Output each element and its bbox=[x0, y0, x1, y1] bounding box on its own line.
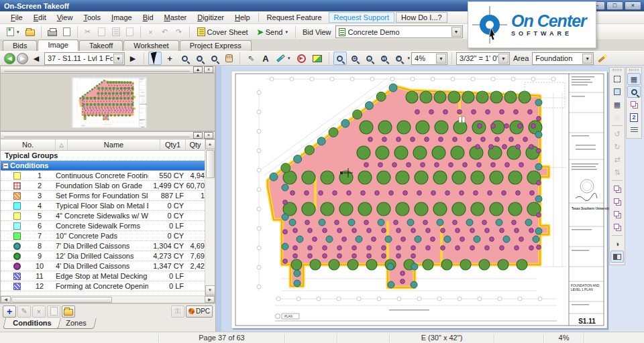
menu-request-support[interactable]: Request Support bbox=[329, 12, 395, 23]
crosshair-tool-button[interactable]: + bbox=[163, 52, 176, 65]
toolbar-grip[interactable] bbox=[612, 69, 622, 71]
rotate-left-icon[interactable]: ↺ bbox=[610, 128, 624, 140]
zoom-previous-button[interactable] bbox=[207, 52, 221, 65]
table-header-row[interactable]: No. △ Name Qty1 Qty bbox=[1, 139, 205, 151]
highlighter-button[interactable]: ▾ bbox=[274, 52, 293, 65]
cut-button[interactable]: ✂ bbox=[81, 25, 95, 39]
tab-worksheet[interactable]: Worksheet bbox=[123, 40, 178, 51]
menu-help[interactable]: Help bbox=[229, 12, 256, 23]
page-thumbnail[interactable] bbox=[72, 77, 147, 128]
page-thumbnail-pane[interactable] bbox=[0, 74, 215, 131]
condition-row[interactable]: 104' Dia Drilled Caissons1,347 CY2,42 bbox=[1, 261, 205, 271]
magnifier-page-icon[interactable] bbox=[627, 86, 641, 98]
condition-row[interactable]: 3Set Forms for Foundation Slab887 LF1 bbox=[1, 191, 205, 201]
pane-grip[interactable] bbox=[4, 68, 190, 72]
condition-row[interactable]: 87' Dia Drilled Caissons1,304 CY4,69 bbox=[1, 241, 205, 251]
tab-bids[interactable]: Bids bbox=[3, 40, 37, 51]
pane-collapse-button[interactable]: ▲ bbox=[193, 66, 203, 73]
menu-view[interactable]: View bbox=[52, 12, 78, 23]
close-button[interactable]: × bbox=[625, 1, 641, 10]
dpc-button[interactable]: DPC bbox=[186, 305, 213, 318]
condition-row[interactable]: 11Edge Stop at Metal Decking0 LF bbox=[1, 271, 205, 281]
conditions-pane-header[interactable]: ▲ × bbox=[0, 131, 215, 139]
scroll-down-icon[interactable]: ▼ bbox=[205, 285, 215, 295]
details-list-icon[interactable] bbox=[627, 124, 641, 136]
tab-project-express[interactable]: Project Express bbox=[180, 40, 252, 51]
condition-row[interactable]: 1Continuous Concrete Footings550 CY4,94 bbox=[1, 171, 205, 181]
flip-vertical-icon[interactable]: ⇅ bbox=[610, 166, 624, 178]
menu-bid[interactable]: Bid bbox=[138, 12, 159, 23]
select-vertices-icon[interactable] bbox=[610, 73, 624, 85]
menu-how-do-i[interactable]: How Do I...? bbox=[396, 12, 447, 23]
paste-special-button[interactable] bbox=[123, 25, 137, 39]
tab-takeoff[interactable]: Takeoff bbox=[79, 40, 123, 51]
zoom-fit-button[interactable]: ▢ bbox=[392, 52, 406, 65]
scroll-up-icon[interactable]: ▲ bbox=[205, 139, 215, 149]
condition-row[interactable]: 2Foundation Slab on Grade1,499 CY60,70 bbox=[1, 181, 205, 191]
overlay-subtract-icon[interactable] bbox=[610, 196, 624, 208]
menu-master[interactable]: Master bbox=[159, 12, 193, 23]
tab-image[interactable]: Image bbox=[38, 40, 78, 51]
page-selector-combo[interactable]: 37 - S1.11 - Lvl 1 Founc▼ bbox=[44, 52, 125, 65]
menu-request-feature[interactable]: Request Feature bbox=[262, 12, 327, 23]
area-combo[interactable]: Foundation▼ bbox=[532, 52, 594, 65]
collapse-icon[interactable] bbox=[3, 163, 9, 169]
condition-row[interactable]: 12Forming at Concrete Openings0 LF bbox=[1, 281, 205, 291]
flip-horizontal-icon[interactable]: ⇄ bbox=[610, 153, 624, 165]
thumbnails-view-icon[interactable]: ▦ bbox=[627, 73, 641, 85]
condition-library-button[interactable] bbox=[47, 305, 60, 318]
annotation-text-button[interactable]: A bbox=[259, 52, 272, 65]
panel-splitter[interactable] bbox=[216, 66, 221, 332]
pane-collapse-button[interactable]: ▲ bbox=[193, 132, 203, 139]
pan-tool-button[interactable] bbox=[222, 52, 235, 65]
menu-file[interactable]: File bbox=[5, 12, 28, 23]
column-header-name[interactable]: Name bbox=[68, 139, 160, 150]
zoom-level-combo[interactable]: 4%▼ bbox=[411, 52, 447, 65]
tab-zones[interactable]: Zones bbox=[56, 318, 97, 329]
tab-conditions[interactable]: Conditions bbox=[3, 318, 61, 329]
toolbar-grip[interactable] bbox=[629, 69, 639, 71]
overlay-exclude-icon[interactable] bbox=[610, 221, 624, 233]
delete-button[interactable]: × bbox=[144, 25, 158, 39]
table-vertical-scrollbar[interactable]: ▲ ▼ bbox=[205, 139, 215, 295]
new-folder-button[interactable] bbox=[62, 305, 75, 318]
copy-button[interactable] bbox=[95, 25, 109, 39]
zoom-in-button[interactable]: + bbox=[348, 52, 362, 65]
invert-image-icon[interactable]: ◑ bbox=[610, 238, 624, 250]
drawing-viewport[interactable]: Texas Southern University FOUNDATION AND… bbox=[221, 66, 609, 332]
scrollbar-thumb[interactable] bbox=[11, 297, 112, 303]
pane-grip[interactable] bbox=[4, 134, 190, 137]
previous-page-button[interactable]: ◀ bbox=[4, 53, 15, 64]
thumbnail-pane-header[interactable]: ▲ × bbox=[0, 66, 215, 74]
grid-icon[interactable]: ▦ bbox=[610, 98, 624, 111]
scroll-left-icon[interactable]: ◀ bbox=[1, 296, 11, 303]
select-tool-button[interactable] bbox=[148, 52, 162, 65]
page-back-button[interactable]: ◀ bbox=[30, 52, 43, 65]
overlay-intersect-icon[interactable] bbox=[610, 208, 624, 220]
image-legend-button[interactable] bbox=[310, 52, 325, 65]
zoom-page-button[interactable] bbox=[333, 52, 347, 65]
new-bid-button[interactable]: ▾ bbox=[4, 25, 22, 39]
open-button[interactable] bbox=[23, 25, 38, 39]
lasso-icon[interactable]: ◌ bbox=[610, 111, 624, 123]
magic-wand-button[interactable] bbox=[595, 52, 610, 65]
rotate-right-icon[interactable]: ↻ bbox=[610, 141, 624, 153]
next-page-button[interactable]: ▶ bbox=[17, 53, 28, 64]
lock-button[interactable]: ⚿ bbox=[171, 305, 184, 318]
table-horizontal-scrollbar[interactable]: ◀ ▶ bbox=[1, 295, 215, 303]
condition-row[interactable]: 54" Concrete Sidewalks w/ Wire ...0 CY bbox=[1, 211, 205, 221]
pane-close-button[interactable]: × bbox=[204, 132, 213, 139]
redo-button[interactable]: ↷ bbox=[172, 25, 186, 39]
takeoff-tool-button[interactable]: ⇖ bbox=[244, 52, 258, 65]
condition-row[interactable]: 6Concrete Sidewalk Forms0 LF bbox=[1, 221, 205, 231]
scroll-right-icon[interactable]: ▶ bbox=[205, 296, 215, 303]
bid-selector-combo[interactable]: Concrete Demo▼ bbox=[335, 25, 463, 38]
delete-condition-button[interactable]: × bbox=[32, 305, 46, 318]
add-condition-button[interactable]: + bbox=[3, 305, 16, 318]
menu-tools[interactable]: Tools bbox=[78, 12, 106, 23]
cover-sheet-button[interactable]: Cover Sheet bbox=[193, 25, 252, 39]
scale-combo[interactable]: 3/32" = 1' 0"▼ bbox=[456, 52, 510, 65]
pane-close-button[interactable]: × bbox=[204, 66, 213, 73]
image-adjust-icon[interactable] bbox=[610, 251, 624, 263]
menu-digitizer[interactable]: Digitizer bbox=[192, 12, 229, 23]
